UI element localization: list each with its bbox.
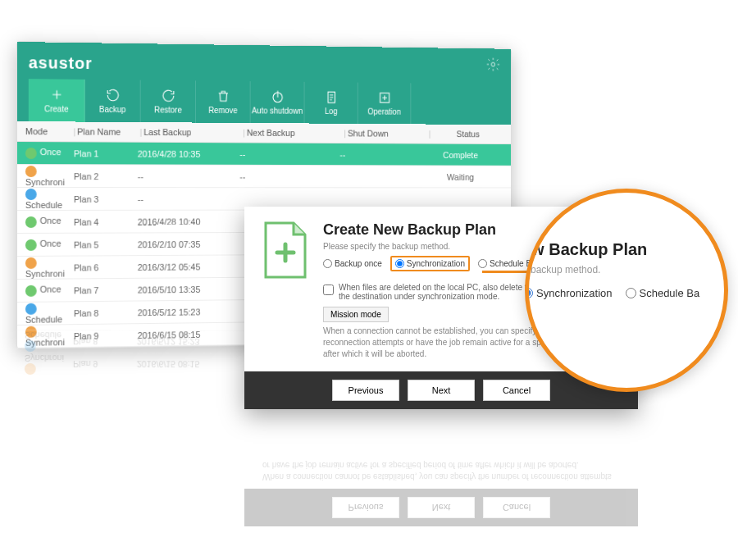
toolbar: Create Backup Restore Remove Auto shutdo… (29, 79, 501, 125)
mode-icon (25, 326, 37, 337)
operation-label: Operation (367, 107, 401, 116)
mag-subtitle-fragment: e backup method. (525, 264, 728, 275)
col-next-backup[interactable]: Next Backup (247, 128, 343, 138)
create-button[interactable]: Create (29, 79, 85, 121)
log-label: Log (325, 107, 338, 116)
auto-shutdown-label: Auto shutdown (252, 106, 303, 115)
auto-shutdown-button[interactable]: Auto shutdown (251, 81, 305, 123)
mission-mode-button[interactable]: Mission mode (323, 307, 389, 322)
mode-icon (25, 148, 37, 159)
remove-button[interactable]: Remove (196, 80, 251, 123)
col-mode[interactable]: Mode (25, 126, 72, 136)
remove-label: Remove (208, 106, 237, 115)
backup-button[interactable]: Backup (85, 80, 141, 122)
col-last-backup[interactable]: Last Backup (144, 127, 241, 138)
highlight-connector (482, 271, 528, 273)
dialog-reflection: Previous Next Cancel When a connection c… (244, 453, 638, 526)
document-plus-icon (262, 221, 308, 279)
previous-button[interactable]: Previous (332, 380, 399, 401)
restore-button[interactable]: Restore (141, 80, 196, 123)
table-row[interactable]: SynchroniPlan 2----Waiting (17, 165, 511, 188)
mode-icon (25, 216, 37, 227)
cancel-button[interactable]: Cancel (483, 380, 550, 401)
create-label: Create (44, 104, 68, 113)
log-button[interactable]: Log (305, 82, 358, 124)
radio-backup-once[interactable]: Backup once (323, 259, 382, 268)
window-header: asustor Create Backup Restore Remove Aut… (17, 42, 511, 125)
backup-label: Backup (99, 105, 125, 114)
table-row[interactable]: OncePlan 12016/4/28 10:35----Complete (17, 142, 511, 166)
col-shut-down[interactable]: Shut Down (348, 129, 427, 139)
col-plan-name[interactable]: Plan Name (77, 126, 138, 136)
col-status[interactable]: Status (432, 129, 503, 139)
mode-icon (25, 239, 37, 250)
mag-radio-sched[interactable]: Schedule Ba (626, 287, 700, 299)
column-headers: Mode| Plan Name| Last Backup| Next Backu… (17, 121, 511, 144)
mag-radio-sync[interactable]: Synchronization (525, 287, 613, 299)
mode-icon (25, 166, 37, 177)
next-button[interactable]: Next (408, 380, 475, 401)
mode-icon (25, 303, 37, 314)
settings-gear-icon[interactable] (485, 57, 500, 72)
magnifier-lens: ew Backup Plan e backup method. Synchron… (525, 189, 728, 392)
delete-sync-checkbox[interactable] (323, 285, 334, 295)
svg-point-0 (491, 62, 495, 66)
mode-icon (25, 189, 37, 200)
restore-label: Restore (154, 105, 182, 114)
mode-icon (25, 257, 37, 268)
operation-button[interactable]: Operation (358, 83, 412, 125)
radio-synchronization[interactable]: Synchronization (390, 256, 470, 271)
mag-title-fragment: ew Backup Plan (525, 240, 728, 259)
mode-icon (25, 285, 37, 296)
